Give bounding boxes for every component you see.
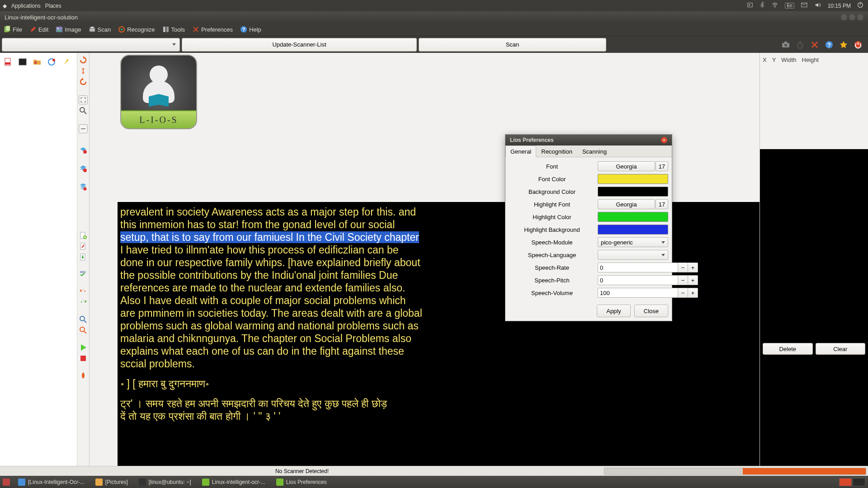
refresh-color-icon[interactable] [47, 57, 56, 66]
minimize-button[interactable] [841, 14, 847, 20]
plus-button[interactable]: + [688, 263, 698, 272]
stop-icon[interactable] [79, 354, 88, 363]
rotate-right-icon[interactable] [79, 56, 88, 65]
speech-pitch-input[interactable] [598, 275, 678, 285]
minus-button[interactable]: − [678, 263, 688, 272]
wifi-icon[interactable] [771, 2, 778, 9]
ocr-line: malaria and chiknngunya. The chapter on … [120, 332, 757, 345]
tab-recognition[interactable]: Recognition [536, 145, 577, 157]
taskbar-item[interactable]: Linux-intelligent-ocr-... [198, 477, 270, 487]
undo-icon[interactable] [79, 287, 88, 296]
speech-pitch-spinner[interactable]: −+ [598, 275, 698, 285]
taskbar-label: [linux@ubuntu: ~] [149, 479, 191, 485]
speech-rate-spinner[interactable]: −+ [598, 263, 698, 272]
taskbar-item[interactable]: [Pictures] [91, 477, 132, 487]
update-scanner-list-button[interactable]: Update-Scanner-List [182, 38, 417, 52]
volume-icon[interactable] [814, 2, 821, 9]
menu-help[interactable]: ? Help [236, 23, 265, 36]
layer-1-icon[interactable] [79, 146, 88, 155]
close-button[interactable] [857, 14, 863, 20]
pdf-icon[interactable] [4, 57, 13, 66]
plus-button[interactable]: + [688, 275, 698, 285]
show-desktop-icon[interactable] [3, 479, 10, 486]
font-chooser[interactable]: Georgia17 [598, 161, 668, 171]
spellcheck-icon[interactable]: abc [79, 268, 88, 277]
timer-icon[interactable] [795, 39, 806, 50]
svg-point-33 [83, 150, 87, 154]
apply-button[interactable]: Apply [597, 305, 631, 317]
hl-color-swatch[interactable] [598, 212, 668, 222]
dialog-titlebar[interactable]: Lios Preferences × [505, 135, 672, 145]
rotate-left-icon[interactable] [79, 77, 88, 86]
taskbar-label: [Pictures] [105, 479, 128, 485]
tools-icon[interactable] [809, 39, 820, 50]
clock[interactable]: 10:15 PM [828, 3, 851, 9]
hl-bg-swatch[interactable] [598, 225, 668, 235]
play-icon[interactable] [79, 343, 88, 352]
workspace-2[interactable] [853, 478, 865, 486]
menu-file[interactable]: File [0, 23, 26, 36]
left-icon-panel: abc [0, 53, 90, 466]
speech-volume-spinner[interactable]: −+ [598, 288, 698, 298]
zoom-icon[interactable] [79, 106, 88, 115]
menu-tools[interactable]: Tools [159, 23, 189, 36]
tab-general[interactable]: General [505, 145, 536, 157]
menu-image-label: Image [65, 26, 81, 33]
clear-button[interactable]: Clear [816, 343, 866, 355]
zoom-fit-icon[interactable] [79, 95, 88, 104]
scanner-select[interactable] [2, 38, 180, 52]
help-icon[interactable]: ? [824, 39, 835, 50]
speech-rate-input[interactable] [598, 263, 678, 272]
workspace-1[interactable] [839, 478, 852, 486]
maximize-button[interactable] [849, 14, 855, 20]
tab-scanning[interactable]: Scanning [577, 145, 612, 157]
menu-help-label: Help [249, 26, 261, 33]
plus-button[interactable]: + [688, 288, 698, 298]
camera-icon[interactable] [780, 39, 791, 50]
places-menu[interactable]: Places [45, 3, 61, 9]
open-doc-icon[interactable] [79, 242, 88, 251]
taskbar-item[interactable]: Lios Preferences [272, 477, 331, 487]
save-doc-icon[interactable] [79, 253, 88, 262]
taskbar-item[interactable]: [linux@ubuntu: ~] [134, 477, 196, 487]
lios-logo-text: L-I-O-S [121, 110, 196, 128]
broom-icon[interactable] [61, 57, 71, 66]
accessibility-icon[interactable] [747, 2, 753, 9]
power-off-icon[interactable] [853, 39, 863, 50]
bg-color-swatch[interactable] [598, 187, 668, 197]
menu-recognize[interactable]: Recognize [114, 23, 158, 36]
minus-button[interactable]: − [678, 288, 688, 298]
dialog-close-button[interactable]: × [661, 137, 667, 143]
delete-button[interactable]: Delete [763, 343, 813, 355]
speech-lang-select[interactable] [598, 250, 668, 260]
redo-icon[interactable] [79, 298, 88, 307]
close-dialog-button[interactable]: Close [634, 305, 668, 317]
mail-icon[interactable] [801, 2, 808, 9]
scan-button[interactable]: Scan [419, 38, 606, 52]
layer-3-icon[interactable] [79, 182, 88, 191]
terminal-icon[interactable] [18, 57, 27, 66]
minus-button[interactable]: − [678, 275, 688, 285]
find-replace-icon[interactable] [79, 326, 88, 335]
bluetooth-icon[interactable] [760, 2, 765, 9]
menu-edit[interactable]: Edit [26, 23, 52, 36]
new-doc-icon[interactable] [79, 231, 88, 240]
star-icon[interactable] [838, 39, 849, 50]
menu-preferences[interactable]: Preferences [189, 23, 236, 36]
power-icon[interactable] [857, 2, 863, 9]
speech-volume-input[interactable] [598, 288, 678, 298]
applications-menu[interactable]: Applications [11, 3, 41, 9]
audio-icon[interactable] [79, 371, 88, 380]
zoom-out-wide-icon[interactable] [79, 124, 88, 133]
taskbar-item[interactable]: [Linux-Intelligent-Ocr-... [14, 477, 89, 487]
keyboard-indicator[interactable]: En [785, 3, 794, 9]
layer-2-icon[interactable] [79, 164, 88, 173]
font-color-swatch[interactable] [598, 174, 668, 184]
menu-scan[interactable]: Scan [85, 23, 115, 36]
speech-module-select[interactable]: pico-generic [598, 237, 668, 247]
menu-image[interactable]: Image [52, 23, 85, 36]
find-icon[interactable] [79, 315, 88, 324]
hl-font-chooser[interactable]: Georgia17 [598, 199, 668, 209]
flip-vertical-icon[interactable] [79, 66, 88, 75]
folder-icon[interactable] [33, 57, 42, 66]
